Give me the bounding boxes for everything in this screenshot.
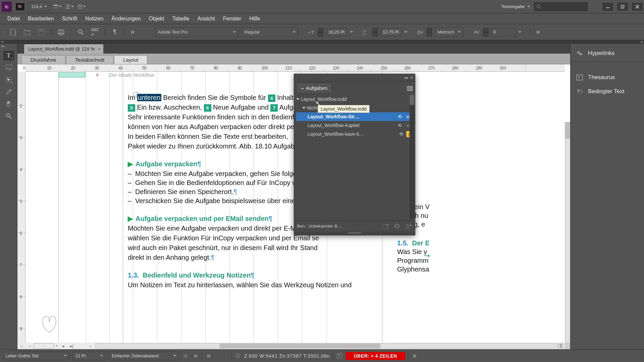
tooltip: Layout_Workflow.indd [318,105,370,113]
story-link-icon[interactable]: ⟲ [396,114,404,120]
para-style-combo[interactable]: Einfacher Zeilenabstand [109,352,179,360]
menu-ansicht[interactable]: Ansicht [193,14,219,24]
running-header: Der ideale Workflow [109,72,154,78]
status-flyout-icon[interactable]: ▤ [411,352,418,360]
overset-indicator[interactable]: ÜBER: ≈ 4 ZEILEN [346,352,405,360]
line-count-icon[interactable]: ▤ [192,352,199,360]
kerning-combo[interactable]: Metrisch [435,27,464,37]
minimize-button[interactable] [602,3,613,11]
position-tool[interactable] [4,75,14,84]
font-size-field[interactable]: 10,25 Pt [326,28,347,37]
tree-item[interactable]: Layout_Workflow-Kapitel ⟲ ▭ [296,121,414,130]
last-page-icon[interactable]: ▸| [68,343,76,349]
leading-icon: AA [362,28,370,36]
panel-menu-icon[interactable] [407,84,413,93]
expand-left-grip[interactable] [0,40,5,43]
font-size-spinner[interactable] [318,28,323,37]
bridge-icon[interactable]: Br [15,3,25,11]
horizontal-scrollbar[interactable] [95,343,555,349]
panel-thesaurus[interactable]: T Thesaurus [571,70,644,84]
menu-tabelle[interactable]: Tabelle [168,14,194,24]
vertical-scrollbar[interactable] [565,122,570,343]
leading-field[interactable]: 12,75 Pt [380,28,402,37]
zoom-tool[interactable] [4,111,14,121]
prev-spread-icon[interactable]: ◂ [86,343,94,349]
menu-aenderungen[interactable]: Änderungen [107,14,145,24]
menu-objekt[interactable]: Objekt [145,14,168,24]
close-tab-icon[interactable]: × [98,46,101,52]
user-icon[interactable] [405,223,412,230]
refresh-icon[interactable] [393,223,401,230]
menu-hilfe[interactable]: Hilfe [245,14,264,24]
char-style-combo[interactable]: Letter Gothic Std [3,352,70,360]
tab-textabschnitt[interactable]: Textabschnitt [66,55,114,64]
collapse-panel-icon[interactable]: ◂◂ [404,76,408,79]
menu-datei[interactable]: Datei [3,14,24,24]
panel-conditional-text[interactable]: T Bedingter Text [571,84,644,99]
tracking-field[interactable]: 0 [491,28,516,37]
story-link-icon[interactable]: ⟲ [397,131,405,137]
tree-root[interactable]: Layout_Workflow.indd [296,95,414,104]
print-icon[interactable] [55,26,67,38]
prev-page-icon[interactable]: ◂ [25,343,34,349]
document-tab[interactable]: Layout_Workflow.indd @ 124 % × [24,44,103,54]
tree-item[interactable]: Layout_Workflow-kave-6… ⟲ ⚠ [296,130,414,138]
font-family-combo[interactable]: Adobe Text Pro [155,27,239,37]
maximize-button[interactable] [617,3,628,11]
menu-bearbeiten[interactable]: Bearbeiten [24,14,58,24]
tree-scrollbar[interactable] [410,95,414,219]
close-button[interactable] [632,3,643,11]
workspace-switcher[interactable]: Texteingabe [501,4,530,9]
open-icon[interactable] [21,26,33,38]
spellcheck-icon[interactable]: ABC✔ [89,26,101,38]
overset-icon[interactable]: T [336,352,343,360]
tab-druckfahne[interactable]: Druckfahne [21,55,65,64]
eyedropper-tool[interactable] [4,87,14,97]
menu-notizen[interactable]: Notizen [81,14,107,24]
page-field[interactable]: 4 8 [34,343,54,349]
type-tool[interactable]: T [4,51,14,60]
info-icon[interactable]: ⓘ [234,352,241,360]
menu-schrift[interactable]: Schrift [58,14,81,24]
next-page-icon[interactable]: ▸ [60,343,68,349]
assignments-tree[interactable]: Layout_Workflow.indd Nicht z ↖ Layout_Wo… [296,95,414,219]
horizontal-ruler[interactable]: 0102030405060708090100110120130140150160… [25,64,565,72]
tab-layout[interactable]: Layout [114,55,147,64]
continue-arrow-icon: ↪ [424,251,430,260]
zoom-level-combo[interactable]: 124,4 [28,2,50,11]
close-panel-icon[interactable]: ✕ [410,76,413,79]
menu-fenster[interactable]: Fenster [219,14,245,24]
first-page-icon[interactable]: |◂ [17,343,25,349]
flyout-icon[interactable]: ▤ [205,352,212,360]
expand-right-grip[interactable] [639,40,644,43]
panel-hyperlinks[interactable]: Hyperlinks [571,46,644,60]
status-size-combo[interactable]: 12 Pt [72,352,106,360]
arrange-documents-icon[interactable] [65,3,74,11]
column-count-icon[interactable]: ▯▯ [182,352,189,360]
save-icon[interactable] [36,26,47,38]
leading-spinner[interactable] [372,28,378,37]
canvas[interactable]: 0102030405060708090100110120130140150160… [17,64,570,349]
split-view-icon[interactable] [557,343,564,349]
tree-item[interactable]: Layout_Workflow-Str… ⟲ ▭ [296,112,414,121]
expand-tools-icon[interactable]: ▸▸ [1,44,5,48]
vertical-ruler[interactable]: 23456789 [17,72,25,344]
story-link-icon[interactable]: ⟲ [396,122,404,128]
hand-tool[interactable] [4,99,14,109]
panel-resize-grip[interactable] [294,232,415,235]
screen-mode-icon[interactable] [53,3,62,11]
assignments-tab[interactable]: Aufgaben [296,83,332,93]
font-style-combo[interactable]: Regular [241,27,299,37]
search-input[interactable] [534,2,588,11]
flyout-icon[interactable]: ▤ [129,28,136,36]
new-doc-icon[interactable] [7,26,19,38]
find-icon[interactable] [75,26,87,38]
update-content-icon[interactable] [382,223,389,230]
page-dropdown-icon[interactable] [54,343,60,349]
show-hidden-chars-icon[interactable]: ¶ [109,26,120,38]
kerning-spinner[interactable] [427,28,432,37]
note-tool[interactable] [4,63,14,72]
tracking-spinner[interactable] [483,28,488,37]
view-options-icon[interactable] [77,3,86,11]
context-flyout-icon[interactable]: ▤ [534,28,542,36]
